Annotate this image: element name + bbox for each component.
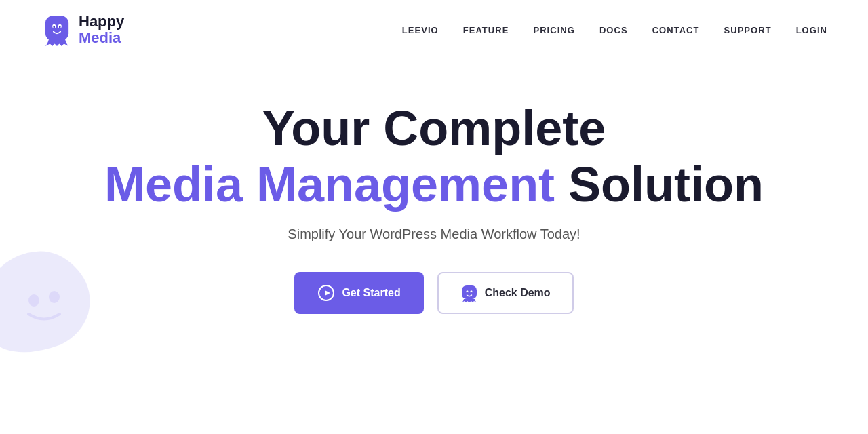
svg-rect-7 <box>462 285 477 299</box>
nav-support[interactable]: SUPPORT <box>724 25 772 35</box>
check-demo-icon <box>460 284 478 302</box>
hero-section: Your Complete Media Management Solution … <box>0 60 868 341</box>
nav-contact[interactable]: CONTACT <box>652 25 700 35</box>
svg-point-11 <box>471 292 472 293</box>
logo-happy-text: Happy <box>79 14 124 30</box>
logo-icon <box>41 14 73 46</box>
get-started-label: Get Started <box>342 287 400 299</box>
nav-login[interactable]: LOGIN <box>796 25 827 35</box>
check-demo-label: Check Demo <box>485 287 551 299</box>
hero-line2-rest: Solution <box>555 157 764 212</box>
hero-highlight: Media Management <box>104 157 555 212</box>
svg-point-10 <box>467 292 468 293</box>
svg-point-13 <box>49 291 60 303</box>
logo[interactable]: Happy Media <box>41 14 124 46</box>
svg-marker-6 <box>325 290 330 296</box>
svg-rect-0 <box>45 16 68 41</box>
nav-docs[interactable]: DOCS <box>599 25 628 35</box>
get-started-button[interactable]: Get Started <box>294 272 423 314</box>
svg-point-3 <box>53 26 55 28</box>
decorative-blob <box>0 219 156 355</box>
hero-line1: Your Complete <box>262 101 606 155</box>
svg-point-4 <box>59 26 61 28</box>
site-header: Happy Media LEEVIO FEATURE PRICING DOCS … <box>0 0 868 60</box>
logo-media-text: Media <box>79 30 124 46</box>
svg-point-12 <box>28 294 39 307</box>
hero-subtitle: Simplify Your WordPress Media Workflow T… <box>288 226 580 242</box>
check-demo-button[interactable]: Check Demo <box>437 272 574 314</box>
nav-pricing[interactable]: PRICING <box>533 25 574 35</box>
get-started-icon <box>317 284 335 302</box>
hero-heading: Your Complete Media Management Solution <box>104 100 764 213</box>
cta-buttons: Get Started Check Demo <box>294 272 573 314</box>
main-nav: LEEVIO FEATURE PRICING DOCS CONTACT SUPP… <box>402 25 827 35</box>
nav-feature[interactable]: FEATURE <box>463 25 509 35</box>
nav-leevio[interactable]: LEEVIO <box>402 25 439 35</box>
